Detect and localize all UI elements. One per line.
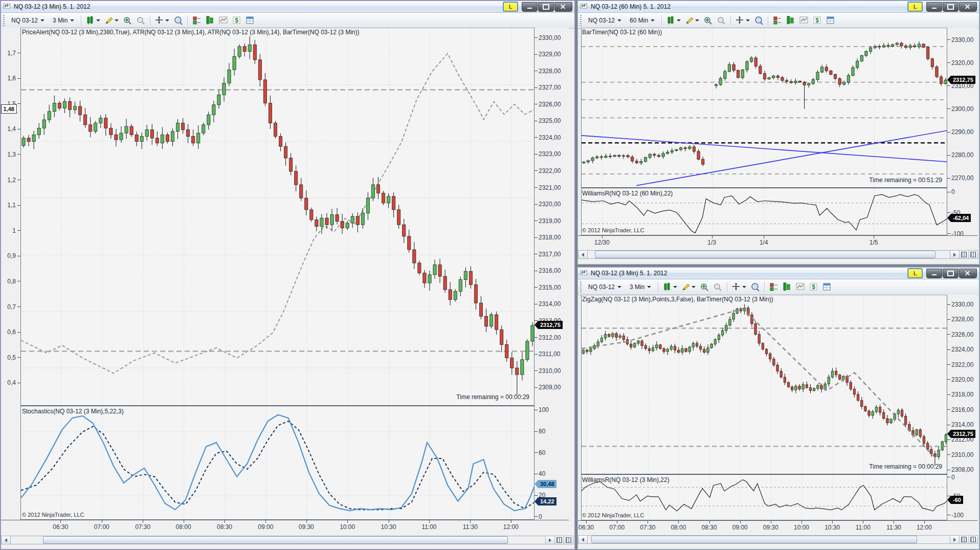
- zoom-out-icon[interactable]: [711, 281, 724, 293]
- maximize-button[interactable]: [943, 2, 959, 12]
- minimize-button[interactable]: [926, 2, 942, 12]
- link-button[interactable]: L: [907, 2, 923, 12]
- zoom-in-icon[interactable]: [702, 15, 714, 26]
- scrollbar-thumb[interactable]: [43, 536, 508, 544]
- scrollbar-track[interactable]: [11, 536, 545, 544]
- stochastics-label: Stochastics(NQ 03-12 (3 Min),5,22,3): [22, 408, 124, 415]
- bar-width-minus-button[interactable]: [959, 536, 968, 543]
- properties-icon[interactable]: [825, 15, 837, 26]
- scroll-right-icon: [549, 538, 551, 542]
- scrollbar-thumb[interactable]: [595, 251, 936, 258]
- scroll-left-button[interactable]: [578, 536, 588, 543]
- link-button[interactable]: L: [907, 268, 923, 278]
- toolbar-separator: [187, 15, 188, 26]
- bar-width-plus-button[interactable]: [968, 251, 977, 258]
- regions-icon[interactable]: [771, 15, 784, 26]
- chart-trader-icon[interactable]: [204, 15, 216, 26]
- link-button[interactable]: L: [503, 2, 518, 12]
- instrument-dropdown[interactable]: NQ 03-12: [8, 15, 48, 26]
- bars-style-icon[interactable]: [661, 281, 679, 293]
- chart-trader-icon[interactable]: [785, 15, 797, 26]
- maximize-button[interactable]: [943, 269, 959, 278]
- mini-chart-icon[interactable]: [798, 15, 810, 26]
- window-title: NQ 03-12 (60 Min) 5. 1. 2012: [591, 3, 671, 10]
- drawing-tools-icon[interactable]: [683, 15, 701, 26]
- scroll-left-icon: [582, 538, 584, 542]
- zoom-in-icon[interactable]: [698, 281, 710, 293]
- right-price-axis[interactable]: 2330,002320,002310,002300,002290,002280,…: [947, 28, 977, 235]
- crosshair-icon[interactable]: [734, 15, 751, 26]
- dollar-icon[interactable]: $: [811, 15, 823, 26]
- time-axis[interactable]: 06:3007:0007:3008:0008:3009:0009:3010:00…: [578, 520, 977, 534]
- bars-style-icon[interactable]: [84, 15, 102, 26]
- scroll-left-button[interactable]: [578, 251, 588, 258]
- mini-chart-icon[interactable]: [794, 281, 807, 293]
- minimize-button[interactable]: [926, 269, 942, 278]
- regions-icon[interactable]: [191, 15, 203, 26]
- zoom-out-icon[interactable]: [715, 15, 727, 26]
- titlebar[interactable]: NQ 03-12 (3 Min) 5. 1. 2012 L: [578, 268, 979, 279]
- toolbar-grip-icon[interactable]: [580, 281, 582, 293]
- titlebar[interactable]: NQ 03-12 (60 Min) 5. 1. 2012 L: [578, 1, 979, 13]
- instrument-dropdown[interactable]: NQ 03-12: [585, 15, 625, 26]
- right-price-axis[interactable]: 2330,002328,002326,002324,002322,002320,…: [947, 295, 977, 520]
- interval-dropdown[interactable]: 3 Min: [49, 15, 78, 26]
- price-panel[interactable]: [20, 28, 534, 406]
- titlebar[interactable]: NQ 03-12 (3 Min) 5. 1. 2012 L: [1, 1, 574, 13]
- data-box-icon[interactable]: [172, 15, 184, 26]
- copyright-label: © 2012 NinjaTrader, LLC: [22, 512, 84, 518]
- close-button[interactable]: [959, 269, 977, 278]
- zoom-in-icon[interactable]: [121, 15, 133, 26]
- scroll-left-button[interactable]: [2, 536, 11, 544]
- bar-width-minus-button[interactable]: [554, 536, 564, 544]
- regions-icon[interactable]: [768, 281, 780, 293]
- price-panel[interactable]: [581, 295, 947, 474]
- scroll-right-button[interactable]: [545, 536, 554, 544]
- close-button[interactable]: [554, 2, 572, 12]
- instrument-dropdown[interactable]: NQ 03-12: [585, 281, 625, 293]
- dollar-icon[interactable]: $: [808, 281, 820, 293]
- scroll-right-icon: [953, 538, 956, 542]
- interval-dropdown[interactable]: 3 Min: [626, 281, 655, 293]
- close-button[interactable]: [959, 2, 977, 12]
- scrollbar-thumb[interactable]: [591, 536, 917, 543]
- minimize-button[interactable]: [522, 2, 538, 12]
- scroll-right-button[interactable]: [950, 251, 959, 258]
- crosshair-icon[interactable]: [730, 281, 748, 293]
- scrollbar-track[interactable]: [588, 251, 950, 258]
- zoom-out-icon[interactable]: [135, 15, 147, 26]
- properties-icon[interactable]: [821, 281, 833, 293]
- bar-width-minus-icon: [556, 537, 562, 543]
- right-price-axis[interactable]: 2330,002329,002328,002327,002326,002325,…: [534, 28, 569, 520]
- crosshair-icon[interactable]: [153, 15, 171, 26]
- time-axis[interactable]: 06:3007:0007:3008:0008:3009:0009:3010:00…: [1, 520, 569, 534]
- scrollbar-track[interactable]: [588, 536, 950, 543]
- horizontal-scrollbar[interactable]: [1, 536, 573, 544]
- properties-icon[interactable]: [244, 15, 256, 26]
- scroll-right-button[interactable]: [950, 536, 959, 543]
- data-box-icon[interactable]: [749, 281, 761, 293]
- mini-chart-icon[interactable]: [217, 15, 230, 26]
- bars-style-icon[interactable]: [665, 15, 682, 26]
- time-axis[interactable]: 12/301/31/41/5: [578, 235, 977, 249]
- interval-dropdown[interactable]: 60 Min: [626, 15, 658, 26]
- bar-width-plus-button[interactable]: [564, 536, 573, 544]
- drawing-tools-icon[interactable]: [103, 15, 120, 26]
- bar-width-minus-button[interactable]: [959, 251, 968, 258]
- window-title: NQ 03-12 (3 Min) 5. 1. 2012: [14, 3, 90, 10]
- data-box-icon[interactable]: [752, 15, 765, 26]
- price-panel[interactable]: [581, 28, 947, 188]
- chart-trader-icon[interactable]: [781, 281, 793, 293]
- drawing-tools-icon[interactable]: [680, 281, 697, 293]
- toolbar-grip-icon[interactable]: [580, 15, 582, 26]
- horizontal-scrollbar[interactable]: [578, 535, 978, 544]
- left-price-axis[interactable]: 1,71,61,51,41,31,21,110,90,80,70,60,50,4…: [1, 28, 20, 520]
- toolbar-grip-icon[interactable]: [3, 15, 5, 26]
- stochastics-panel[interactable]: [20, 406, 534, 520]
- bar-width-plus-button[interactable]: [968, 536, 977, 543]
- maximize-button[interactable]: [538, 2, 554, 12]
- chevron-down-icon: [695, 19, 699, 21]
- horizontal-scrollbar[interactable]: [578, 250, 978, 259]
- dollar-icon[interactable]: $: [231, 15, 243, 26]
- toolbar: NQ 03-12 3 Min $: [578, 279, 979, 295]
